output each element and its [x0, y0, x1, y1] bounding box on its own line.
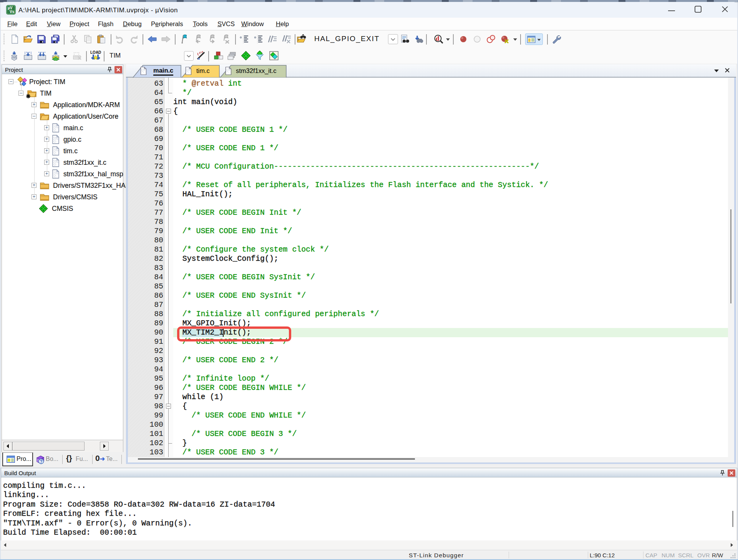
svg-text:?: ? — [40, 459, 43, 464]
svg-text:Vs: Vs — [10, 10, 15, 14]
svg-text:d: d — [436, 35, 439, 42]
svg-text:LOAD: LOAD — [90, 50, 101, 55]
